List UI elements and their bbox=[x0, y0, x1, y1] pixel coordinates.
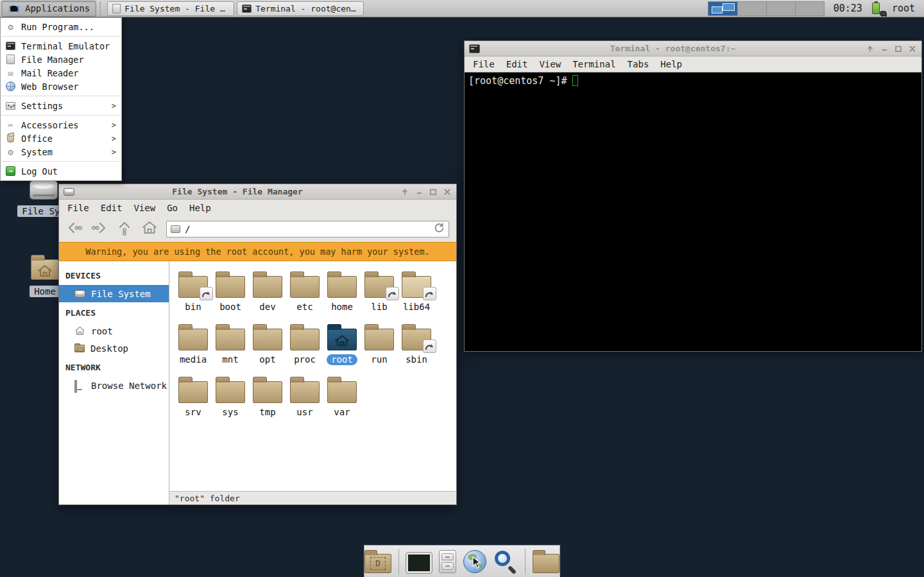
workspace-3[interactable] bbox=[766, 2, 795, 15]
office-icon bbox=[5, 133, 16, 144]
terminal-menu-edit[interactable]: Edit bbox=[501, 58, 534, 71]
file-manager-titlebar[interactable]: File System - File Manager bbox=[59, 184, 456, 200]
menu-item-log-out[interactable]: → Log Out bbox=[1, 164, 121, 178]
hard-disk-icon bbox=[30, 180, 58, 200]
home-button[interactable] bbox=[141, 220, 158, 239]
menu-item-system[interactable]: ⚙ System > bbox=[1, 145, 121, 159]
fm-toolbar: / bbox=[59, 216, 456, 242]
reload-icon[interactable] bbox=[434, 223, 445, 236]
terminal-menu-file[interactable]: File bbox=[467, 58, 501, 71]
taskbar-button-file-manager[interactable]: File System - File M… bbox=[107, 1, 234, 16]
terminal-icon bbox=[242, 4, 252, 13]
menu-item-mail-reader[interactable]: ✉ Mail Reader bbox=[1, 66, 121, 80]
close-button[interactable] bbox=[908, 44, 917, 53]
dock-web-browser-icon[interactable] bbox=[463, 550, 486, 573]
folder-etc[interactable]: etc bbox=[286, 270, 323, 323]
terminal-titlebar[interactable]: Terminal - root@centos7:~ bbox=[465, 41, 921, 56]
folder-sbin[interactable]: sbin bbox=[398, 323, 435, 375]
fm-menu-go[interactable]: Go bbox=[161, 202, 184, 214]
folder-proc[interactable]: proc bbox=[286, 323, 323, 375]
folder-srv[interactable]: srv bbox=[175, 375, 212, 428]
terminal-output[interactable]: [root@centos7 ~]# bbox=[465, 72, 921, 351]
bottom-dock bbox=[364, 545, 560, 577]
dock-folder-icon[interactable] bbox=[533, 554, 560, 573]
workspace-4[interactable] bbox=[795, 2, 824, 15]
shade-button[interactable] bbox=[866, 44, 875, 53]
terminal-menu-view[interactable]: View bbox=[533, 58, 567, 71]
dock-separator bbox=[398, 549, 399, 574]
sidebar-item-root[interactable]: root bbox=[59, 322, 169, 340]
folder-usr[interactable]: usr bbox=[286, 375, 323, 428]
dock-terminal-icon[interactable] bbox=[406, 553, 432, 573]
sidebar-header-network: NETWORK bbox=[59, 357, 169, 377]
folder-mnt[interactable]: mnt bbox=[212, 323, 249, 375]
network-icon bbox=[74, 381, 85, 390]
shade-button[interactable] bbox=[400, 187, 409, 196]
menu-item-file-manager[interactable]: File Manager bbox=[1, 53, 121, 66]
file-cabinet-icon bbox=[5, 54, 16, 65]
file-manager-window[interactable]: File System - File Manager File Edit Vie… bbox=[58, 184, 457, 505]
folder-boot[interactable]: boot bbox=[212, 270, 249, 323]
applications-menu-button[interactable]: Applications bbox=[1, 1, 96, 17]
folder-var[interactable]: var bbox=[323, 375, 361, 428]
file-manager-menubar: File Edit View Go Help bbox=[59, 200, 456, 216]
fm-menu-view[interactable]: View bbox=[128, 202, 161, 214]
workspace-1[interactable] bbox=[708, 2, 737, 15]
up-button[interactable] bbox=[116, 220, 133, 239]
folder-lib[interactable]: lib bbox=[361, 270, 398, 323]
forward-button[interactable] bbox=[91, 220, 108, 239]
menu-separator bbox=[1, 96, 121, 96]
terminal-menu-tabs[interactable]: Tabs bbox=[622, 58, 655, 71]
menu-item-office[interactable]: Office > bbox=[1, 132, 121, 145]
fm-sidebar: DEVICES File System PLACES root Desktop … bbox=[59, 261, 169, 504]
sidebar-item-file-system[interactable]: File System bbox=[59, 285, 169, 302]
folder-opt[interactable]: opt bbox=[249, 323, 286, 375]
sidebar-item-browse-network[interactable]: Browse Network bbox=[59, 377, 169, 394]
terminal-menu-help[interactable]: Help bbox=[654, 58, 688, 71]
menu-item-settings[interactable]: Settings > bbox=[1, 99, 121, 112]
folder-media[interactable]: media bbox=[175, 323, 212, 375]
menu-separator bbox=[1, 115, 121, 116]
folder-home[interactable]: home bbox=[323, 270, 361, 323]
menu-item-web-browser[interactable]: Web Browser bbox=[1, 80, 121, 93]
path-bar[interactable]: / bbox=[166, 221, 449, 237]
dock-file-cabinet-icon[interactable] bbox=[439, 550, 456, 573]
battery-indicator[interactable] bbox=[870, 1, 886, 16]
minimize-button[interactable] bbox=[415, 187, 424, 196]
settings-icon bbox=[5, 100, 16, 111]
user-label: root bbox=[892, 3, 915, 14]
maximize-button[interactable] bbox=[429, 187, 438, 196]
folder-bin[interactable]: bin bbox=[175, 270, 212, 323]
workspace-2[interactable] bbox=[737, 2, 766, 15]
folder-dev[interactable]: dev bbox=[249, 270, 286, 323]
terminal-menu-terminal[interactable]: Terminal bbox=[567, 58, 621, 71]
maximize-button[interactable] bbox=[894, 44, 903, 53]
menu-item-terminal-emulator[interactable]: Terminal Emulator bbox=[1, 39, 121, 53]
folder-tmp[interactable]: tmp bbox=[249, 375, 286, 428]
xfce-logo-icon bbox=[8, 4, 21, 13]
back-button[interactable] bbox=[66, 220, 83, 239]
menu-item-accessories[interactable]: ✂ Accessories > bbox=[1, 118, 121, 132]
sidebar-item-label: File System bbox=[91, 289, 151, 299]
taskbar-button-terminal[interactable]: Terminal - root@cent… bbox=[237, 1, 364, 16]
clock[interactable]: 00:23 bbox=[834, 3, 862, 14]
menu-item-run-program[interactable]: ⚙ Run Program... bbox=[1, 20, 121, 33]
battery-icon bbox=[872, 3, 880, 14]
logout-icon: → bbox=[5, 166, 16, 177]
sidebar-item-desktop[interactable]: Desktop bbox=[59, 340, 169, 357]
folder-sys[interactable]: sys bbox=[212, 375, 249, 428]
dock-desktop-folder-icon[interactable] bbox=[364, 554, 391, 573]
file-manager-window-title: File System - File Manager bbox=[78, 187, 397, 196]
close-button[interactable] bbox=[443, 187, 452, 196]
dock-search-icon[interactable] bbox=[493, 549, 518, 574]
folder-root[interactable]: root bbox=[323, 323, 361, 375]
folder-run[interactable]: run bbox=[361, 323, 398, 375]
fm-menu-edit[interactable]: Edit bbox=[95, 202, 128, 214]
terminal-window[interactable]: Terminal - root@centos7:~ File Edit View… bbox=[464, 40, 922, 352]
workspace-switcher[interactable] bbox=[708, 1, 825, 16]
minimize-button[interactable] bbox=[880, 44, 889, 53]
file-manager-icon bbox=[112, 4, 121, 13]
folder-lib64[interactable]: lib64 bbox=[398, 270, 435, 323]
fm-menu-file[interactable]: File bbox=[62, 202, 95, 214]
fm-menu-help[interactable]: Help bbox=[184, 202, 217, 214]
